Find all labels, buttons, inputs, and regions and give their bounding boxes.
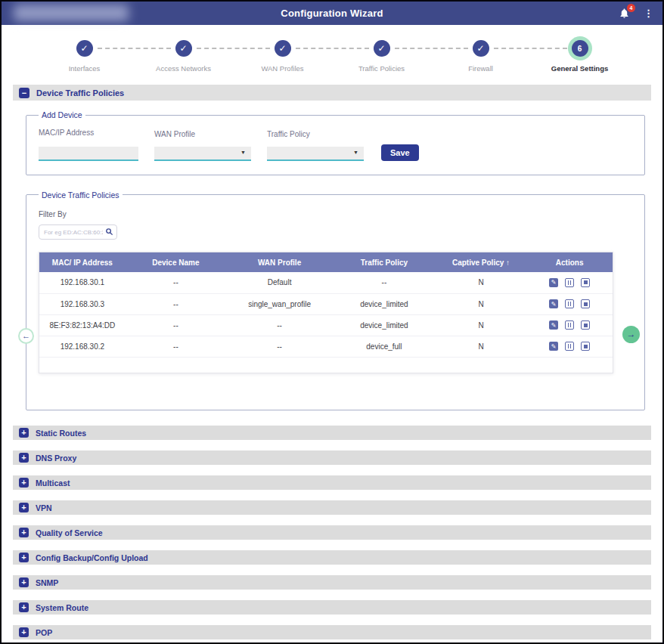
section-bar-quality-of-service[interactable]: +Quality of Service [13, 525, 651, 540]
section-bar-config-backup-config-upload[interactable]: +Config Backup/Config Upload [13, 550, 651, 565]
cell-actions: ✎ [526, 272, 613, 293]
stepper-step-access-networks[interactable]: ✓Access Networks [134, 40, 233, 73]
step-label: Firewall [468, 64, 493, 73]
step-completed-check-icon: ✓ [76, 40, 93, 57]
step-label: Traffic Policies [358, 64, 405, 73]
row-actions: ✎ [527, 278, 612, 287]
expand-icon[interactable]: + [19, 553, 29, 562]
device-list-legend: Device Traffic Policies [39, 190, 123, 200]
cell-mac-ip: 8E:F3:82:13:A4:DD [39, 314, 126, 336]
edit-action-icon[interactable]: ✎ [549, 278, 558, 287]
stop-action-icon[interactable] [581, 299, 590, 308]
edit-action-icon[interactable]: ✎ [549, 342, 558, 351]
table-row: 8E:F3:82:13:A4:DD----device_limitedN✎ [39, 314, 613, 336]
page-title: Configuration Wizard [2, 8, 662, 19]
expand-icon[interactable]: + [19, 602, 29, 612]
section-bar-pop[interactable]: +POP [13, 625, 651, 639]
step-label: Access Networks [156, 64, 211, 73]
expand-icon[interactable]: + [19, 627, 29, 637]
dropdown-arrow-icon: ▼ [353, 150, 358, 155]
notification-bell-icon[interactable]: 4 [619, 8, 631, 20]
step-completed-check-icon: ✓ [275, 40, 291, 57]
collapsed-sections: +Static Routes+DNS Proxy+Multicast+VPN+Q… [13, 426, 651, 639]
table-body: 192.168.30.1--Default--N✎192.168.30.3--s… [39, 272, 613, 357]
stepper-step-wan-profiles[interactable]: ✓WAN Profiles [233, 40, 332, 73]
column-header-actions[interactable]: Actions [526, 252, 613, 272]
table-row: 192.168.30.2----device_fullN✎ [39, 336, 613, 357]
pause-action-icon[interactable] [565, 299, 574, 308]
expand-icon[interactable]: + [19, 577, 29, 587]
cell-captive-policy: N [436, 314, 527, 336]
column-header-mac-ip-address[interactable]: MAC/ IP Address [39, 252, 126, 272]
cell-device-name: -- [126, 314, 226, 336]
expand-icon[interactable]: + [19, 428, 29, 438]
stop-action-icon[interactable] [581, 320, 590, 330]
table-row: 192.168.30.3--single_wan_profiledevice_l… [39, 293, 613, 314]
row-actions: ✎ [527, 320, 612, 330]
notification-badge: 4 [627, 4, 635, 12]
stop-action-icon[interactable] [581, 342, 590, 351]
section-bar-system-route[interactable]: +System Route [13, 600, 651, 615]
row-actions: ✎ [527, 342, 612, 351]
cell-actions: ✎ [526, 336, 613, 357]
overflow-menu-icon[interactable]: ⋮ [644, 8, 653, 18]
stepper-step-interfaces[interactable]: ✓Interfaces [35, 40, 134, 73]
section-bar-dns-proxy[interactable]: +DNS Proxy [13, 450, 651, 465]
expand-icon[interactable]: + [19, 503, 29, 512]
stop-action-icon[interactable] [581, 278, 590, 287]
pause-action-icon[interactable] [565, 320, 574, 330]
dropdown-arrow-icon: ▼ [240, 150, 246, 155]
stepper: ✓Interfaces✓Access Networks✓WAN Profiles… [2, 25, 662, 73]
section-bar-vpn[interactable]: +VPN [13, 500, 651, 515]
prev-page-button[interactable]: ← [18, 328, 34, 344]
expand-icon[interactable]: + [19, 453, 29, 463]
filter-by-label: Filter By [39, 210, 632, 218]
step-completed-check-icon: ✓ [374, 40, 390, 57]
step-completed-check-icon: ✓ [175, 40, 192, 57]
section-title-config-backup-config-upload: Config Backup/Config Upload [36, 553, 148, 562]
pause-action-icon[interactable] [565, 342, 574, 351]
cell-traffic-policy: -- [333, 272, 436, 293]
column-header-wan-profile[interactable]: WAN Profile [226, 252, 333, 272]
column-header-traffic-policy[interactable]: Traffic Policy [333, 252, 436, 272]
save-button[interactable]: Save [381, 144, 419, 161]
mac-ip-input[interactable] [39, 147, 138, 161]
collapse-icon[interactable]: − [19, 88, 29, 98]
section-title-pop: POP [36, 628, 52, 637]
mac-ip-label: MAC/IP Address [39, 128, 138, 137]
section-title-quality-of-service: Quality of Service [36, 528, 103, 537]
table-row: 192.168.30.1--Default--N✎ [39, 272, 613, 293]
sort-ascending-icon: ↑ [506, 259, 510, 267]
search-icon[interactable] [105, 228, 113, 236]
section-title-snmp: SNMP [36, 578, 58, 587]
traffic-policy-select[interactable]: ▼ [267, 147, 364, 161]
step-number-badge: 6 [572, 40, 588, 57]
column-header-captive-policy[interactable]: Captive Policy ↑ [436, 252, 527, 272]
app-header: Configuration Wizard 4 ⋮ [2, 2, 662, 25]
expand-icon[interactable]: + [19, 478, 29, 488]
cell-actions: ✎ [526, 314, 613, 336]
stepper-step-firewall[interactable]: ✓Firewall [431, 40, 530, 73]
cell-wan-profile: Default [226, 272, 333, 293]
cell-captive-policy: N [436, 336, 527, 357]
section-bar-multicast[interactable]: +Multicast [13, 475, 651, 490]
section-title-device-traffic-policies: Device Traffic Policies [36, 88, 124, 98]
section-title-system-route: System Route [36, 603, 88, 612]
section-title-dns-proxy: DNS Proxy [36, 454, 76, 463]
section-bar-snmp[interactable]: +SNMP [13, 575, 651, 590]
next-page-button[interactable]: → [622, 326, 640, 343]
section-bar-static-routes[interactable]: +Static Routes [13, 426, 651, 440]
step-completed-check-icon: ✓ [473, 40, 489, 57]
edit-action-icon[interactable]: ✎ [549, 320, 558, 330]
pause-action-icon[interactable] [565, 278, 574, 287]
edit-action-icon[interactable]: ✎ [549, 299, 558, 308]
wan-profile-select[interactable]: ▼ [154, 147, 251, 161]
expand-icon[interactable]: + [19, 528, 29, 537]
column-header-device-name[interactable]: Device Name [126, 252, 226, 272]
traffic-policy-label: Traffic Policy [267, 130, 364, 138]
stepper-step-traffic-policies[interactable]: ✓Traffic Policies [332, 40, 431, 73]
device-list-fieldset: Device Traffic Policies Filter By MAC/ I… [26, 190, 645, 411]
section-bar-device-traffic-policies[interactable]: − Device Traffic Policies [13, 85, 651, 101]
cell-wan-profile: single_wan_profile [226, 293, 333, 314]
stepper-step-general-settings[interactable]: 6General Settings [530, 40, 629, 73]
